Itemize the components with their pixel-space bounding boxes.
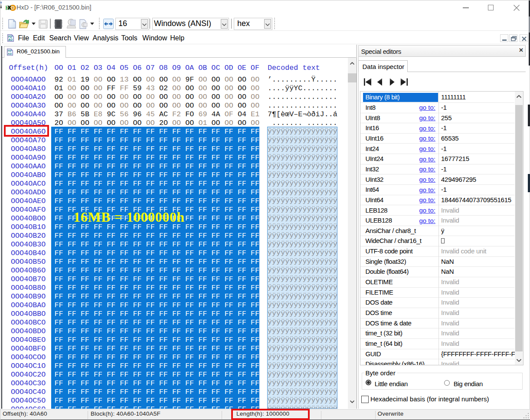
- svg-text:FD: FD: [8, 49, 12, 52]
- svg-text:AO: AO: [8, 52, 12, 55]
- svg-text:FD: FD: [8, 35, 12, 38]
- svg-text:AO: AO: [8, 38, 13, 41]
